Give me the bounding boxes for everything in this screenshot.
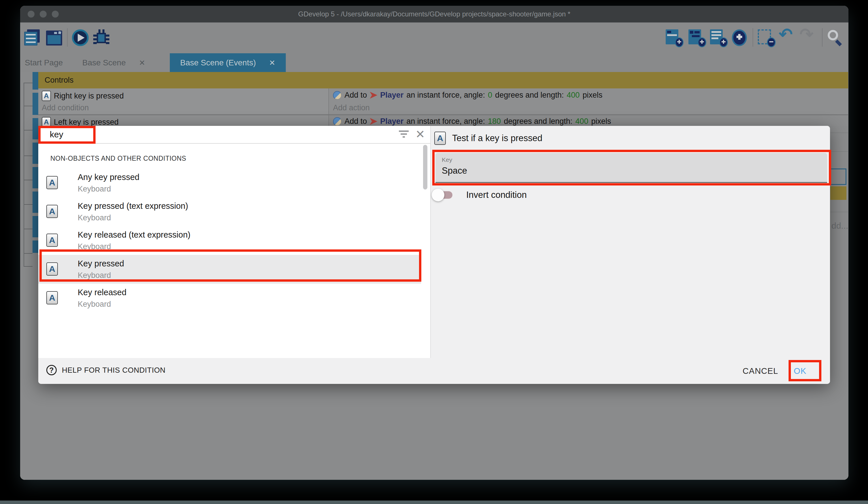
action-text: an instant force, angle: [406,117,485,126]
tree-connector [24,204,32,205]
tab-label: Base Scene [82,58,126,67]
add-event-icon[interactable] [666,29,683,47]
tab-bar: Start Page Base Scene ✕ Base Scene (Even… [20,53,848,72]
action-angle-value: 0 [488,91,492,100]
delete-selection-icon[interactable] [758,29,776,47]
actions-cell[interactable]: Add to Player an instant force, angle: 0… [329,88,848,114]
event-row: A Right key is pressed Add condition Add… [38,88,848,114]
redo-icon[interactable]: ↷ [799,26,814,43]
app-window: GDevelop 5 - /Users/dkarakay/Documents/G… [20,6,848,480]
undo-icon[interactable]: ↶ [779,26,793,43]
window-title: GDevelop 5 - /Users/dkarakay/Documents/G… [20,6,848,22]
debug-icon[interactable] [93,29,110,46]
action-text: degrees and length: [504,117,572,126]
keyboard-key-icon: A [46,234,58,247]
item-subtitle: Keyboard [78,300,111,309]
truncated-add-link: dd... [831,221,848,231]
group-header-fragment [830,187,846,200]
force-icon [333,117,342,126]
force-icon [333,91,342,100]
toolbar-separator [822,28,823,47]
keyboard-key-icon: A [42,91,51,101]
annotation-key-field [432,150,831,185]
keyboard-key-icon: A [434,132,446,145]
project-manager-icon[interactable] [24,29,41,46]
list-section-header: NON-OBJECTS AND OTHER CONDITIONS [50,155,186,162]
item-title: Key released [78,288,126,297]
action-object: Player [380,117,403,126]
close-tab-icon[interactable]: ✕ [139,59,145,67]
item-subtitle: Keyboard [78,213,111,222]
help-icon: ? [46,365,57,375]
add-comment-icon[interactable] [710,29,728,47]
screenshot-stage: GDevelop 5 - /Users/dkarakay/Documents/G… [0,0,868,504]
conditions-cell[interactable]: A Right key is pressed Add condition [38,88,329,114]
keyboard-key-icon: A [46,205,58,218]
item-subtitle: Keyboard [78,185,111,193]
filter-icon[interactable] [399,130,409,139]
list-item-key-released[interactable]: A Key released Keyboard [38,284,421,312]
help-link[interactable]: ? HELP FOR THIS CONDITION [46,365,165,375]
dialog-footer: ? HELP FOR THIS CONDITION CANCEL OK [38,358,830,384]
event-selection-bar [32,192,38,213]
action-text: an instant force, angle: [406,91,485,100]
annotation-ok-button [788,360,822,381]
action-angle-value: 180 [488,117,501,126]
close-dialog-icon[interactable]: ✕ [415,129,426,140]
tab-base-scene-events[interactable]: Base Scene (Events) ✕ [170,53,286,72]
tree-connector [24,253,32,254]
titlebar: GDevelop 5 - /Users/dkarakay/Documents/G… [20,6,848,22]
invert-condition-label: Invert condition [466,190,527,200]
list-item-any-key-pressed[interactable]: A Any key pressed Keyboard [38,169,421,197]
add-condition-link[interactable]: Add condition [42,103,89,112]
event-selection-bar [32,72,38,90]
annotation-key-pressed-item [39,249,421,282]
add-subevent-icon[interactable] [689,29,706,47]
action-length-value: 400 [567,91,580,100]
tab-start-page[interactable]: Start Page [25,53,63,72]
event-selection-bar [32,93,38,115]
condition-key: Left [54,118,67,126]
cancel-button[interactable]: CANCEL [743,358,778,384]
add-plus-icon[interactable] [732,29,747,46]
action-length-value: 400 [575,117,588,126]
dock-strip [0,501,868,504]
action-text: degrees and length: [495,91,564,100]
condition-text: key is pressed [69,118,119,126]
tree-connector [24,229,32,229]
list-scrollbar[interactable] [423,145,427,190]
highlighted-event-row [830,169,846,185]
search-bar: ✕ [38,126,430,144]
event-row: A Left key is pressed Add to Player an i… [38,115,848,126]
tree-connector [24,155,32,156]
list-item-key-pressed-text-expression[interactable]: A Key pressed (text expression) Keyboard [38,197,421,226]
events-right-strip: dd... [830,126,848,480]
toggle-thumb[interactable] [432,189,444,201]
keyboard-key-icon: A [42,117,51,126]
tree-connector [24,83,24,267]
close-tab-icon[interactable]: ✕ [269,59,276,67]
help-label: HELP FOR THIS CONDITION [62,366,165,375]
scene-editor-icon[interactable] [46,31,62,46]
event-selection-bar [32,241,38,253]
event-group-header[interactable]: Controls [38,72,848,88]
action-text: Add to [344,117,367,126]
condition-list-panel: ✕ NON-OBJECTS AND OTHER CONDITIONS A Any… [38,126,431,358]
item-title: Key released (text expression) [78,230,190,240]
play-icon[interactable] [72,29,89,46]
add-action-link[interactable]: Add action [333,103,370,112]
search-icon[interactable] [827,29,843,47]
toolbar-separator [753,28,753,47]
tab-base-scene[interactable]: Base Scene ✕ [82,53,145,72]
conditions-cell[interactable]: A Left key is pressed [38,115,329,126]
action-object: Player [380,91,403,100]
tree-connector [24,106,32,106]
tab-label: Start Page [25,58,63,67]
invert-condition-toggle[interactable] [435,191,452,199]
event-selection-bar [32,216,38,237]
actions-cell[interactable]: Add to Player an instant force, angle: 1… [329,115,848,126]
keyboard-key-icon: A [46,176,58,189]
player-object-icon [370,92,377,99]
toolbar-separator [67,28,68,47]
event-selection-bar [32,118,38,139]
